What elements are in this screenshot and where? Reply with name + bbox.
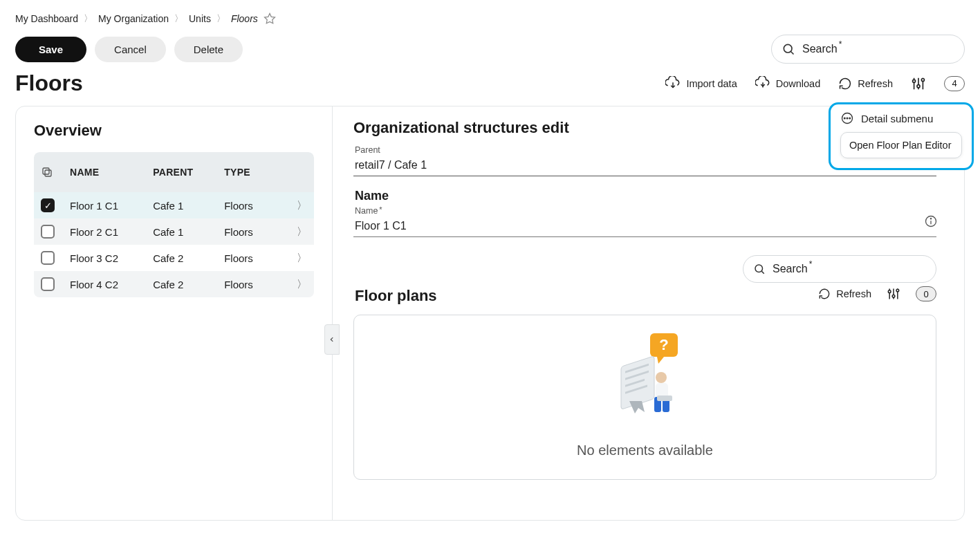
col-type[interactable]: TYPE: [224, 167, 284, 178]
crumb-dashboard[interactable]: My Dashboard: [15, 13, 78, 24]
row-checkbox[interactable]: [41, 225, 55, 239]
svg-line-2: [791, 52, 794, 55]
col-name[interactable]: NAME: [70, 167, 153, 178]
overview-title: Overview: [34, 122, 314, 140]
download-label: Download: [776, 78, 821, 89]
svg-point-12: [844, 118, 845, 119]
chevron-right-icon[interactable]: 〉: [284, 252, 307, 265]
filters-icon[interactable]: [887, 287, 900, 301]
svg-point-23: [892, 295, 895, 298]
row-checkbox[interactable]: [41, 277, 55, 291]
svg-rect-10: [43, 168, 49, 174]
floorplans-search[interactable]: Search*: [743, 255, 936, 283]
more-icon[interactable]: [840, 111, 854, 125]
name-label: Name*: [355, 206, 382, 216]
search-icon: [782, 42, 795, 56]
floorplans-empty-card: ?: [353, 315, 936, 480]
cell-name: Floor 3 C2: [70, 252, 153, 264]
cell-name: Floor 2 C1: [70, 226, 153, 238]
cell-type: Floors: [224, 200, 284, 212]
editor-panel: Detail submenu Open Floor Plan Editor Or…: [333, 106, 964, 520]
action-bar: Save Cancel Delete Search*: [15, 35, 965, 64]
parent-field[interactable]: Parent retail7 / Cafe 1: [353, 147, 936, 176]
svg-point-1: [784, 44, 792, 53]
global-search[interactable]: Search*: [771, 35, 965, 64]
table-row[interactable]: Floor 1 C1 Cafe 1 Floors 〉: [34, 192, 314, 218]
refresh-button[interactable]: Refresh: [838, 77, 893, 91]
chevron-right-icon[interactable]: 〉: [284, 278, 307, 291]
svg-point-25: [896, 289, 899, 292]
svg-point-35: [656, 372, 667, 383]
collapse-panel-button[interactable]: [324, 324, 340, 355]
info-icon[interactable]: [924, 214, 938, 228]
svg-point-13: [847, 118, 848, 119]
cell-type: Floors: [224, 226, 284, 238]
table-row[interactable]: Floor 3 C2 Cafe 2 Floors 〉: [34, 245, 314, 271]
svg-point-21: [888, 290, 891, 293]
submenu-header: Detail submenu: [861, 113, 933, 124]
svg-point-4: [913, 80, 916, 82]
floorplans-count-badge: 0: [916, 286, 936, 301]
delete-button[interactable]: Delete: [174, 37, 243, 62]
svg-point-17: [930, 218, 931, 219]
page-title: Floors: [15, 71, 83, 96]
crumb-organization[interactable]: My Organization: [98, 13, 169, 24]
svg-rect-39: [657, 396, 672, 401]
cell-name: Floor 1 C1: [70, 200, 153, 212]
row-checkbox[interactable]: [41, 251, 55, 265]
record-count-badge: 4: [944, 76, 965, 91]
empty-message: No elements available: [577, 443, 713, 458]
cell-parent: Cafe 2: [153, 252, 224, 264]
table-row[interactable]: Floor 2 C1 Cafe 1 Floors 〉: [34, 218, 314, 245]
parent-label: Parent: [355, 145, 380, 155]
svg-line-19: [761, 271, 764, 273]
cell-type: Floors: [224, 279, 284, 290]
download-button[interactable]: Download: [755, 76, 821, 91]
refresh-label: Refresh: [858, 78, 893, 89]
empty-illustration: ?: [600, 332, 690, 422]
chevron-right-icon[interactable]: 〉: [284, 225, 307, 239]
search-icon: [753, 263, 766, 275]
overview-panel: Overview NAME PARENT TYPE Floor 1 C1 Caf…: [16, 106, 333, 520]
svg-point-18: [755, 265, 763, 272]
name-input[interactable]: [353, 218, 936, 236]
name-section-label: Name: [355, 189, 964, 203]
filters-icon[interactable]: [911, 76, 926, 91]
save-button[interactable]: Save: [15, 37, 86, 62]
svg-marker-27: [657, 357, 664, 364]
search-label: Search*: [773, 263, 812, 275]
breadcrumb: My Dashboard 〉 My Organization 〉 Units 〉…: [15, 12, 965, 25]
name-field[interactable]: Name*: [353, 207, 936, 237]
floorplans-refresh-label: Refresh: [836, 288, 871, 299]
main-container: Overview NAME PARENT TYPE Floor 1 C1 Caf…: [15, 106, 965, 521]
cell-type: Floors: [224, 252, 284, 264]
copy-icon[interactable]: [41, 166, 70, 178]
svg-point-8: [921, 78, 924, 81]
overview-table: NAME PARENT TYPE Floor 1 C1 Cafe 1 Floor…: [34, 152, 314, 297]
table-row[interactable]: Floor 4 C2 Cafe 2 Floors 〉: [34, 271, 314, 297]
cell-parent: Cafe 1: [153, 200, 224, 212]
svg-point-6: [917, 84, 920, 87]
favorite-star-icon[interactable]: [264, 12, 276, 25]
svg-text:?: ?: [659, 336, 668, 353]
cell-name: Floor 4 C2: [70, 279, 153, 290]
parent-value: retail7 / Cafe 1: [353, 158, 936, 176]
cancel-button[interactable]: Cancel: [95, 37, 166, 62]
chevron-right-icon[interactable]: 〉: [284, 199, 307, 212]
breadcrumb-sep: 〉: [174, 12, 183, 25]
breadcrumb-sep: 〉: [84, 12, 93, 25]
col-parent[interactable]: PARENT: [153, 167, 224, 178]
svg-point-14: [849, 118, 851, 119]
import-data-button[interactable]: Import data: [665, 76, 737, 91]
import-label: Import data: [686, 78, 737, 89]
crumb-units[interactable]: Units: [189, 13, 211, 24]
breadcrumb-sep: 〉: [216, 12, 225, 25]
crumb-floors[interactable]: Floors: [231, 13, 258, 24]
row-checkbox[interactable]: [41, 198, 55, 212]
cell-parent: Cafe 2: [153, 279, 224, 290]
svg-rect-9: [45, 170, 51, 176]
cell-parent: Cafe 1: [153, 226, 224, 238]
floorplans-title: Floor plans: [355, 287, 437, 305]
floorplans-refresh-button[interactable]: Refresh: [818, 288, 871, 300]
title-row: Floors Import data Download Refresh 4: [15, 71, 965, 96]
